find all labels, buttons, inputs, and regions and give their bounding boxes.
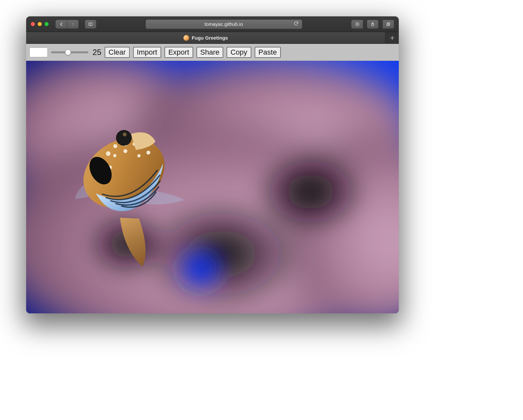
sidebar-toggle-button[interactable]	[85, 20, 96, 29]
share-icon	[370, 22, 375, 26]
traffic-lights	[31, 22, 49, 26]
svg-point-13	[258, 152, 363, 231]
tab-title: Fugu Greetings	[192, 35, 228, 41]
clear-button[interactable]: Clear	[105, 47, 130, 58]
share-button-app[interactable]: Share	[196, 47, 224, 58]
nav-buttons	[55, 20, 79, 29]
browser-tab[interactable]: Fugu Greetings	[26, 32, 385, 44]
chevron-right-icon	[71, 22, 75, 26]
tabs-overview-button[interactable]	[382, 20, 394, 29]
share-button[interactable]	[367, 20, 379, 29]
minimize-window-button[interactable]	[38, 22, 42, 26]
reload-icon	[294, 21, 299, 26]
address-bar[interactable]: tomayac.github.io	[145, 19, 302, 29]
app-toolbar: 25 Clear Import Export Share Copy Paste	[26, 44, 399, 61]
svg-rect-4	[387, 23, 389, 26]
plus-icon	[390, 35, 395, 41]
downloads-button[interactable]	[351, 20, 363, 29]
pufferfish-icon	[183, 35, 189, 41]
right-toolbar-group	[351, 20, 394, 29]
svg-rect-5	[388, 23, 390, 25]
svg-point-14	[185, 255, 214, 285]
export-button[interactable]: Export	[164, 47, 193, 58]
browser-window: tomayac.github.io Fugu Greetings	[26, 16, 399, 313]
forward-button[interactable]	[67, 20, 79, 29]
copy-button[interactable]: Copy	[227, 47, 251, 58]
brush-size-slider[interactable]	[51, 51, 88, 53]
brush-size-value: 25	[91, 48, 101, 57]
drawing-canvas[interactable]	[26, 61, 399, 313]
address-bar-text: tomayac.github.io	[205, 21, 243, 27]
canvas-image	[26, 61, 399, 313]
slider-thumb[interactable]	[65, 49, 71, 55]
download-icon	[355, 22, 360, 26]
close-window-button[interactable]	[31, 22, 35, 26]
reload-button[interactable]	[294, 21, 299, 27]
paste-button[interactable]: Paste	[255, 47, 281, 58]
browser-titlebar: tomayac.github.io	[26, 16, 399, 32]
maximize-window-button[interactable]	[44, 22, 49, 26]
sidebar-icon	[88, 22, 93, 26]
color-picker[interactable]	[29, 47, 48, 57]
browser-tabbar: Fugu Greetings	[26, 32, 399, 44]
tabs-icon	[386, 22, 391, 26]
chevron-left-icon	[59, 22, 64, 26]
new-tab-button[interactable]	[385, 32, 399, 44]
back-button[interactable]	[55, 20, 67, 29]
import-button[interactable]: Import	[133, 47, 161, 58]
svg-rect-0	[89, 23, 93, 25]
